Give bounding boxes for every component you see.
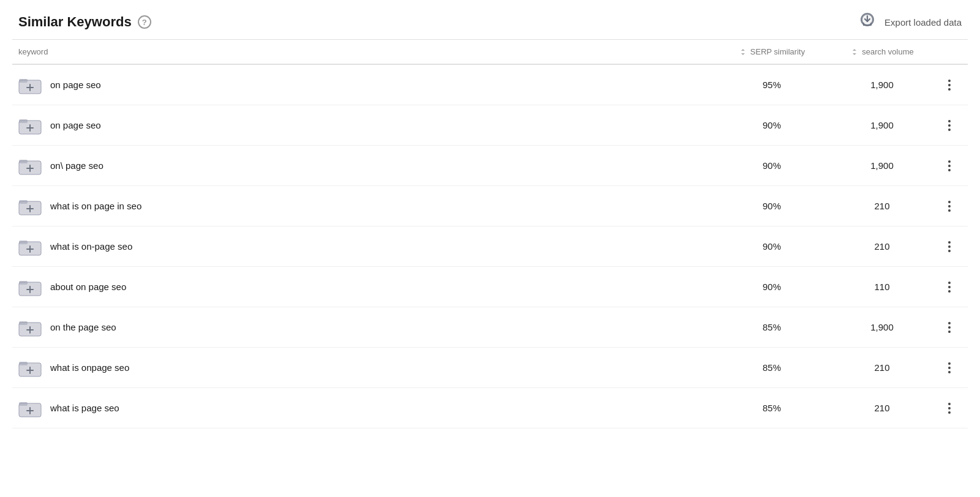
serp-similarity-value: 85% [717, 322, 827, 332]
folder-add-icon[interactable] [18, 358, 42, 378]
keyword-cell: on page seo [18, 75, 717, 95]
row-actions-button[interactable] [937, 362, 962, 373]
svg-rect-8 [19, 119, 28, 123]
folder-add-icon[interactable] [18, 156, 42, 176]
search-volume-value: 1,900 [827, 80, 937, 90]
folder-add-icon[interactable] [18, 116, 42, 135]
keyword-cell: what is on page in seo [18, 196, 717, 216]
more-options-icon[interactable] [937, 241, 962, 252]
page-title: Similar Keywords [18, 14, 132, 30]
table-row: what is on-page seo 90% 210 [12, 226, 968, 267]
table-body: on page seo 95% 1,900 on page seo [12, 65, 968, 428]
folder-add-icon[interactable] [18, 398, 42, 418]
svg-rect-33 [19, 321, 28, 325]
serp-similarity-value: 85% [717, 403, 827, 413]
export-label: Export loaded data [884, 17, 962, 28]
export-icon [856, 11, 878, 33]
keyword-text: on page seo [50, 80, 101, 90]
row-actions-button[interactable] [937, 282, 962, 293]
search-volume-value: 210 [827, 362, 937, 373]
page-header: Similar Keywords ? Export loaded data [12, 0, 968, 40]
row-actions-button[interactable] [937, 403, 962, 414]
serp-similarity-value: 90% [717, 241, 827, 252]
table-row: on\ page seo 90% 1,900 [12, 146, 968, 186]
more-options-icon[interactable] [937, 403, 962, 414]
volume-sort-icon [850, 48, 859, 56]
serp-similarity-value: 90% [717, 160, 827, 171]
folder-add-icon[interactable] [18, 277, 42, 297]
keyword-cell: what is on-page seo [18, 237, 717, 256]
folder-add-icon[interactable] [18, 196, 42, 216]
col-header-serp[interactable]: SERP similarity [717, 47, 827, 56]
svg-rect-13 [19, 160, 28, 163]
search-volume-value: 210 [827, 403, 937, 413]
more-options-icon[interactable] [937, 120, 962, 131]
keyword-cell: on the page seo [18, 318, 717, 337]
help-icon[interactable]: ? [138, 15, 151, 29]
keyword-text: on page seo [50, 120, 101, 130]
svg-rect-3 [19, 79, 28, 83]
keyword-cell: on\ page seo [18, 156, 717, 176]
serp-similarity-value: 90% [717, 201, 827, 211]
keyword-text: what is on page in seo [50, 201, 141, 211]
keyword-text: what is on-page seo [50, 241, 132, 252]
table-row: what is page seo 85% 210 [12, 388, 968, 428]
search-volume-value: 210 [827, 201, 937, 211]
keyword-cell: what is onpage seo [18, 358, 717, 378]
col-header-keyword: keyword [18, 47, 717, 56]
row-actions-button[interactable] [937, 120, 962, 131]
search-volume-value: 210 [827, 241, 937, 252]
svg-rect-23 [19, 241, 28, 244]
more-options-icon[interactable] [937, 201, 962, 212]
table-row: about on page seo 90% 110 [12, 267, 968, 307]
serp-similarity-value: 90% [717, 282, 827, 292]
row-actions-button[interactable] [937, 241, 962, 252]
search-volume-value: 1,900 [827, 120, 937, 130]
folder-add-icon[interactable] [18, 75, 42, 95]
search-volume-value: 1,900 [827, 160, 937, 171]
serp-similarity-value: 90% [717, 120, 827, 130]
more-options-icon[interactable] [937, 160, 962, 171]
table-row: on the page seo 85% 1,900 [12, 307, 968, 348]
svg-rect-18 [19, 200, 28, 204]
search-volume-value: 110 [827, 282, 937, 292]
keyword-text: on the page seo [50, 322, 116, 332]
row-actions-button[interactable] [937, 160, 962, 171]
more-options-icon[interactable] [937, 282, 962, 293]
keyword-cell: on page seo [18, 116, 717, 135]
search-volume-value: 1,900 [827, 322, 937, 332]
table-row: what is onpage seo 85% 210 [12, 348, 968, 388]
serp-sort-icon [739, 48, 747, 56]
svg-rect-43 [19, 402, 28, 406]
serp-similarity-value: 95% [717, 80, 827, 90]
svg-rect-38 [19, 362, 28, 365]
folder-add-icon[interactable] [18, 318, 42, 337]
keyword-text: what is onpage seo [50, 362, 129, 373]
keyword-cell: what is page seo [18, 398, 717, 418]
export-button[interactable]: Export loaded data [856, 11, 962, 33]
table-row: what is on page in seo 90% 210 [12, 186, 968, 226]
more-options-icon[interactable] [937, 362, 962, 373]
folder-add-icon[interactable] [18, 237, 42, 256]
keyword-text: what is page seo [50, 403, 119, 413]
header-left: Similar Keywords ? [18, 14, 151, 30]
table-header: keyword SERP similarity search volume [12, 40, 968, 65]
row-actions-button[interactable] [937, 201, 962, 212]
more-options-icon[interactable] [937, 80, 962, 91]
keyword-text: about on page seo [50, 282, 126, 292]
more-options-icon[interactable] [937, 322, 962, 333]
table-row: on page seo 95% 1,900 [12, 65, 968, 105]
row-actions-button[interactable] [937, 80, 962, 91]
keyword-text: on\ page seo [50, 160, 104, 171]
serp-similarity-value: 85% [717, 362, 827, 373]
table-row: on page seo 90% 1,900 [12, 105, 968, 146]
row-actions-button[interactable] [937, 322, 962, 333]
keyword-cell: about on page seo [18, 277, 717, 297]
col-header-volume[interactable]: search volume [827, 47, 937, 56]
svg-rect-28 [19, 281, 28, 285]
